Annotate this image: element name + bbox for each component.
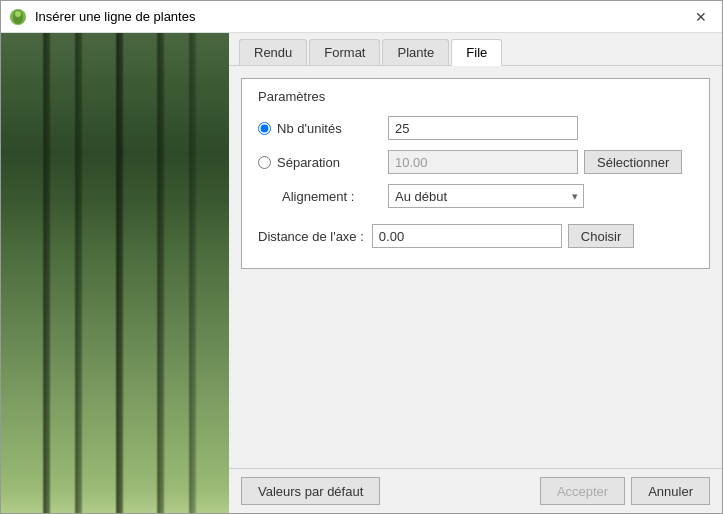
choose-button[interactable]: Choisir [568, 224, 634, 248]
app-icon [9, 8, 27, 26]
close-button[interactable]: ✕ [688, 7, 714, 27]
tab-rendu[interactable]: Rendu [239, 39, 307, 65]
select-button[interactable]: Sélectionner [584, 150, 682, 174]
alignment-select-wrapper: Au début Au milieu À la fin [388, 184, 584, 208]
content-area: Rendu Format Plante File Paramètres [1, 33, 722, 513]
sidebar-image-panel [1, 33, 229, 513]
alignment-select[interactable]: Au début Au milieu À la fin [388, 184, 584, 208]
separation-radio-label[interactable]: Séparation [258, 155, 388, 170]
window-title: Insérer une ligne de plantes [35, 9, 688, 24]
nb-units-input[interactable] [388, 116, 578, 140]
main-window: Insérer une ligne de plantes ✕ Rendu For… [0, 0, 723, 514]
accept-button[interactable]: Accepter [540, 477, 625, 505]
params-group: Paramètres Nb d'unités Séparation [241, 78, 710, 269]
title-bar: Insérer une ligne de plantes ✕ [1, 1, 722, 33]
tab-plante[interactable]: Plante [382, 39, 449, 65]
distance-row: Distance de l'axe : Choisir [258, 224, 693, 248]
defaults-button[interactable]: Valeurs par défaut [241, 477, 380, 505]
panel-content: Paramètres Nb d'unités Séparation [229, 66, 722, 468]
nb-units-row: Nb d'unités [258, 116, 693, 140]
tab-file[interactable]: File [451, 39, 502, 66]
nb-units-radio[interactable] [258, 122, 271, 135]
distance-input[interactable] [372, 224, 562, 248]
separation-input[interactable] [388, 150, 578, 174]
cancel-button[interactable]: Annuler [631, 477, 710, 505]
svg-point-2 [15, 11, 21, 17]
alignment-label: Alignement : [258, 189, 388, 204]
tab-bar: Rendu Format Plante File [229, 33, 722, 66]
params-legend: Paramètres [258, 89, 693, 104]
separation-radio[interactable] [258, 156, 271, 169]
alignment-row: Alignement : Au début Au milieu À la fin [258, 184, 693, 208]
tab-format[interactable]: Format [309, 39, 380, 65]
forest-image [1, 33, 229, 513]
main-panel: Rendu Format Plante File Paramètres [229, 33, 722, 513]
footer: Valeurs par défaut Accepter Annuler [229, 468, 722, 513]
separation-row: Séparation Sélectionner [258, 150, 693, 174]
distance-label: Distance de l'axe : [258, 229, 364, 244]
nb-units-radio-label[interactable]: Nb d'unités [258, 121, 388, 136]
